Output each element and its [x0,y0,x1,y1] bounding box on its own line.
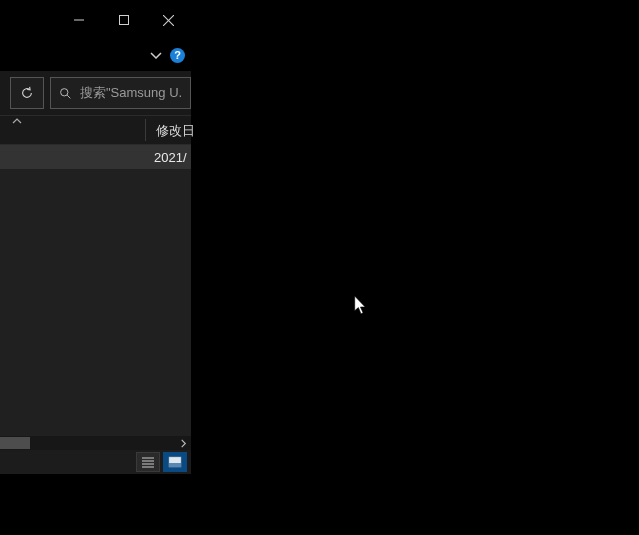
search-icon [59,87,72,100]
help-button[interactable]: ? [170,48,185,63]
maximize-button[interactable] [101,0,146,40]
refresh-button[interactable] [10,77,44,109]
scrollbar-track[interactable] [0,436,175,450]
help-label: ? [174,50,181,61]
svg-line-5 [67,95,70,98]
column-divider[interactable] [145,119,146,141]
large-icons-view-icon [168,456,182,468]
toolbar: 搜索"Samsung U... [0,71,191,115]
column-header-modified[interactable]: 修改日 [156,122,195,140]
ribbon-row: ? [0,40,191,71]
file-explorer-window: ? 搜索"Samsung U... 修改日 2021/ [0,0,191,474]
close-button[interactable] [146,0,191,40]
scrollbar-thumb[interactable] [0,437,30,449]
view-details-button[interactable] [136,452,160,472]
mouse-cursor-icon [354,296,368,316]
svg-point-4 [61,88,68,95]
ribbon-collapse-button[interactable] [148,47,164,63]
sort-indicator-icon [12,118,22,124]
svg-rect-11 [169,463,181,467]
status-bar [0,450,191,474]
refresh-icon [20,86,34,100]
svg-rect-1 [119,16,128,25]
search-input[interactable]: 搜索"Samsung U... [50,77,191,109]
search-placeholder: 搜索"Samsung U... [80,84,182,102]
cell-modified-date: 2021/ [154,150,187,165]
titlebar [0,0,191,40]
scroll-right-button[interactable] [175,436,191,450]
column-header-row: 修改日 [0,115,191,145]
table-row[interactable]: 2021/ [0,145,191,169]
horizontal-scrollbar[interactable] [0,436,191,450]
view-large-icons-button[interactable] [163,452,187,472]
minimize-button[interactable] [56,0,101,40]
file-list[interactable]: 2021/ [0,145,191,436]
details-view-icon [141,456,155,468]
